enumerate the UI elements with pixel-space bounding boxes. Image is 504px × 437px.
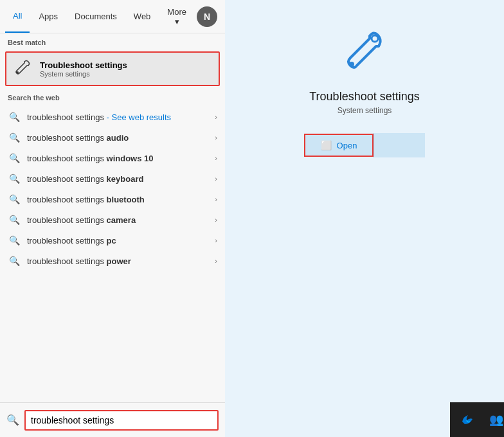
open-icon: ⬜ xyxy=(321,140,332,150)
search-icon-2: 🔍 xyxy=(8,153,21,163)
search-icon-0: 🔍 xyxy=(8,112,21,122)
svg-point-0 xyxy=(17,71,19,73)
left-content: Best match Troubleshoot settings System … xyxy=(0,33,225,402)
tab-apps[interactable]: Apps xyxy=(31,0,66,33)
search-item-7[interactable]: 🔍 troubleshoot settings power › xyxy=(0,251,225,271)
search-item-0[interactable]: 🔍 troubleshoot settings - See web result… xyxy=(0,107,225,127)
settings-icon xyxy=(14,58,32,80)
best-match-subtitle: System settings xyxy=(40,70,127,78)
search-web-label: Search the web xyxy=(0,89,225,104)
search-item-text-5: troubleshoot settings camera xyxy=(27,215,208,225)
arrow-icon-1: › xyxy=(215,134,217,141)
svg-point-1 xyxy=(372,35,378,42)
right-subtitle: System settings xyxy=(338,106,392,115)
best-match-text: Troubleshoot settings System settings xyxy=(40,60,127,78)
wrench-icon-large xyxy=(339,26,390,80)
search-icon-6: 🔍 xyxy=(8,235,21,245)
tab-web[interactable]: Web xyxy=(126,0,159,33)
search-item-text-1: troubleshoot settings audio xyxy=(27,133,208,143)
arrow-icon-0: › xyxy=(215,113,217,121)
taskbar: 👥 📁 🎨 🎯 W xyxy=(450,402,504,437)
arrow-icon-2: › xyxy=(215,154,217,162)
search-icon-5: 🔍 xyxy=(8,215,21,225)
open-more-button[interactable] xyxy=(374,133,425,157)
search-item-text-7: troubleshoot settings power xyxy=(27,256,208,266)
open-button[interactable]: ⬜ Open xyxy=(304,134,374,157)
search-icon-1: 🔍 xyxy=(8,132,21,143)
svg-point-2 xyxy=(349,62,354,67)
search-item-4[interactable]: 🔍 troubleshoot settings bluetooth › xyxy=(0,189,225,210)
search-item-3[interactable]: 🔍 troubleshoot settings keyboard › xyxy=(0,168,225,189)
search-item-text-4: troubleshoot settings bluetooth xyxy=(27,195,208,204)
bottom-search-bar: 🔍 xyxy=(0,402,225,437)
taskbar-edge-icon[interactable] xyxy=(455,407,481,433)
search-item-text-2: troubleshoot settings windows 10 xyxy=(27,154,208,163)
open-button-row: ⬜ Open xyxy=(304,133,426,157)
search-input[interactable] xyxy=(24,410,219,431)
arrow-icon-5: › xyxy=(215,216,217,224)
best-match-item[interactable]: Troubleshoot settings System settings xyxy=(5,51,220,86)
arrow-icon-7: › xyxy=(215,257,217,265)
left-panel: All Apps Documents Web More ▾ N ☺ ··· ✕ … xyxy=(0,0,225,437)
search-item-text-0: troubleshoot settings - See web results xyxy=(27,112,208,122)
search-icon-3: 🔍 xyxy=(8,174,21,184)
arrow-icon-4: › xyxy=(215,195,217,203)
search-icon-7: 🔍 xyxy=(8,256,21,266)
tab-more[interactable]: More ▾ xyxy=(159,0,194,33)
search-item-text-3: troubleshoot settings keyboard xyxy=(27,174,208,184)
search-item-5[interactable]: 🔍 troubleshoot settings camera › xyxy=(0,210,225,230)
arrow-icon-3: › xyxy=(215,175,217,183)
search-icon-4: 🔍 xyxy=(8,194,21,204)
tabs-row: All Apps Documents Web More ▾ N ☺ ··· ✕ xyxy=(0,0,225,33)
search-item-6[interactable]: 🔍 troubleshoot settings pc › xyxy=(0,230,225,251)
open-label: Open xyxy=(337,141,357,150)
right-panel: Troubleshoot settings System settings ⬜ … xyxy=(225,0,504,437)
search-item-2[interactable]: 🔍 troubleshoot settings windows 10 › xyxy=(0,148,225,168)
search-item-text-6: troubleshoot settings pc xyxy=(27,236,208,245)
right-title: Troubleshoot settings xyxy=(309,90,419,103)
search-items: 🔍 troubleshoot settings - See web result… xyxy=(0,107,225,271)
tab-documents[interactable]: Documents xyxy=(67,0,125,33)
best-match-label: Best match xyxy=(0,33,225,49)
arrow-icon-6: › xyxy=(215,236,217,244)
search-bottom-icon: 🔍 xyxy=(6,414,19,426)
user-avatar[interactable]: N xyxy=(197,6,217,27)
search-item-1[interactable]: 🔍 troubleshoot settings audio › xyxy=(0,127,225,148)
taskbar-teams-icon[interactable]: 👥 xyxy=(483,407,504,433)
tab-all[interactable]: All xyxy=(5,0,30,33)
best-match-title: Troubleshoot settings xyxy=(40,60,127,70)
